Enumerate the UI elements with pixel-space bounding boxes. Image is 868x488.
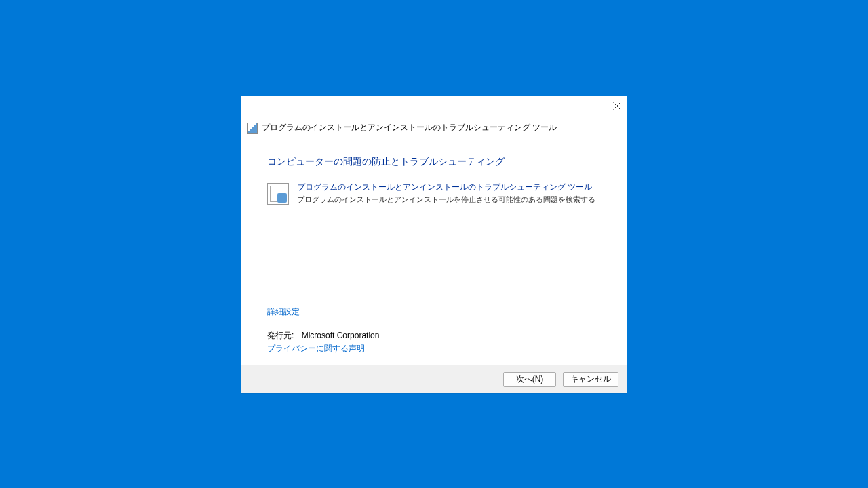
dialog-header-title: プログラムのインストールとアンインストールのトラブルシューティング ツール <box>262 122 557 134</box>
troubleshooter-dialog: プログラムのインストールとアンインストールのトラブルシューティング ツール コン… <box>241 96 627 393</box>
troubleshooter-header-icon <box>247 123 258 134</box>
close-icon <box>613 102 620 110</box>
publisher-value: Microsoft Corporation <box>302 331 380 340</box>
dialog-header: プログラムのインストールとアンインストールのトラブルシューティング ツール <box>247 122 557 134</box>
privacy-statement-link[interactable]: プライバシーに関する声明 <box>267 343 365 354</box>
troubleshooter-item-text: プログラムのインストールとアンインストールのトラブルシューティング ツール プロ… <box>297 182 595 205</box>
cancel-button[interactable]: キャンセル <box>563 372 618 387</box>
advanced-settings-link[interactable]: 詳細設定 <box>267 306 300 318</box>
item-title: プログラムのインストールとアンインストールのトラブルシューティング ツール <box>297 182 595 193</box>
publisher-label: 発行元: <box>267 331 294 340</box>
item-description: プログラムのインストールとアンインストールを停止させる可能性のある問題を検索する <box>297 195 595 205</box>
main-title: コンピューターの問題の防止とトラブルシューティング <box>267 156 505 168</box>
button-bar: 次へ(N) キャンセル <box>241 365 627 393</box>
troubleshooter-item-icon <box>267 183 289 205</box>
troubleshooter-item: プログラムのインストールとアンインストールのトラブルシューティング ツール プロ… <box>267 182 595 205</box>
next-button[interactable]: 次へ(N) <box>503 372 556 387</box>
publisher-row: 発行元: Microsoft Corporation <box>267 330 379 342</box>
close-button[interactable] <box>612 102 621 110</box>
